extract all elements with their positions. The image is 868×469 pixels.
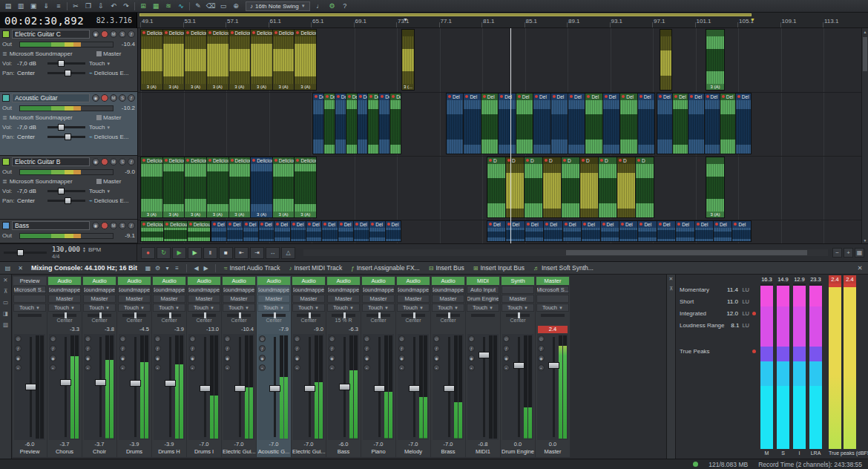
strip-output-selector[interactable]: Master [292, 295, 325, 303]
clip-segment[interactable]: Delicious3 (A) [141, 157, 163, 217]
strip-round-button[interactable]: ƒ [468, 345, 475, 352]
strip-pan-control[interactable]: Center [431, 312, 465, 326]
out-meter-bar[interactable] [19, 233, 114, 239]
track-header[interactable]: Electric Guitar B◉MSƒOut-9.0≣Microsoft S… [0, 156, 137, 220]
clip-segment[interactable] [660, 30, 671, 90]
erase-tool-icon[interactable]: ⌫ [205, 1, 217, 11]
strip-output-selector[interactable]: Drum Engine [467, 295, 499, 303]
peak-value[interactable] [364, 326, 393, 333]
hscroll-thumb[interactable] [566, 250, 807, 255]
output-bus-selector[interactable]: Master [96, 50, 135, 57]
strip-name[interactable]: Choir [82, 448, 116, 457]
clip-segment[interactable]: Del [227, 221, 243, 241]
clip-segment[interactable]: 3 (A) [706, 30, 724, 90]
zoom-fit-icon[interactable]: ▦ [855, 248, 864, 258]
mixer-nav-icon[interactable]: ◀ [191, 265, 201, 272]
dock-menu-icon[interactable]: ▤ [3, 265, 13, 272]
volume-slider-handle[interactable] [58, 124, 65, 131]
strip-round-button[interactable]: ▪ [294, 364, 300, 371]
clip-segment[interactable]: D [506, 157, 525, 217]
channel-strip[interactable]: PreviewMicrosoft S...Touch▼∅ƒ◉▪-6.0Previ… [13, 276, 47, 457]
fader-db-value[interactable]: -7.0 [396, 441, 430, 448]
fader-handle[interactable] [269, 385, 280, 392]
view-grid-icon[interactable]: ▥ [3, 321, 8, 328]
fader-db-value[interactable]: -6.0 [13, 441, 47, 448]
strip-device-selector[interactable]: Soundmapper [223, 286, 255, 294]
clip-segment[interactable]: D [636, 157, 654, 217]
track-fx-chain[interactable]: ⌁Delicious E... [89, 197, 135, 204]
strip-type-chip[interactable]: Audio [153, 277, 185, 285]
strip-automation-selector[interactable]: Touch▼ [83, 304, 116, 312]
clip-segment[interactable]: Del [676, 221, 694, 241]
track-fx-button[interactable]: ƒ [128, 94, 135, 102]
strip-round-button[interactable]: ◉ [15, 355, 22, 361]
audio-clip[interactable]: DeliciousDeliciousDelicious [140, 220, 211, 242]
strip-round-button[interactable]: ƒ [224, 345, 231, 352]
clip-segment[interactable]: Del [695, 221, 714, 241]
channel-strip[interactable]: MasterMicrosoft S...Touch▼2.4∅ƒ◉▪0.0Mast… [536, 276, 570, 457]
track-name[interactable]: Electric Guitar C [12, 30, 90, 39]
automation-mode-selector[interactable]: Touch▼ [89, 124, 135, 131]
strip-pan-control[interactable]: Center [222, 312, 256, 326]
clip-segment[interactable]: Del [243, 221, 259, 241]
volume-slider-handle[interactable] [58, 60, 65, 67]
fader-db-value[interactable]: -3.7 [82, 441, 116, 448]
clip-segment[interactable]: Del [386, 221, 401, 241]
clip-segment[interactable]: Del [481, 94, 499, 154]
strip-round-button[interactable]: ƒ [15, 345, 22, 352]
strip-round-button[interactable]: ▪ [329, 364, 335, 371]
clip-segment[interactable]: Del [313, 94, 324, 154]
strip-automation-selector[interactable]: Touch▼ [327, 304, 360, 312]
pan-handle[interactable] [239, 312, 241, 318]
solo-button[interactable]: S [119, 222, 126, 229]
strip-round-button[interactable]: ƒ [294, 345, 300, 352]
clip-segment[interactable]: 3 (A) [706, 157, 724, 217]
clip-segment[interactable]: Del [705, 94, 720, 154]
strip-output-selector[interactable]: Master [48, 295, 81, 303]
fader-db-value[interactable]: -7.0 [257, 441, 291, 448]
out-label[interactable]: Out [2, 105, 17, 111]
volume-slider[interactable] [47, 126, 85, 128]
strip-type-chip[interactable]: Audio [188, 277, 220, 285]
strip-round-button[interactable]: ƒ [119, 345, 126, 352]
strip-automation-selector[interactable]: Touch▼ [257, 304, 290, 312]
strip-type-chip[interactable]: Audio [257, 277, 290, 285]
strip-device-selector[interactable]: Microsoft S... [13, 286, 46, 294]
slider-handle[interactable] [17, 249, 24, 256]
channel-strip[interactable]: AudioSoundmapperMasterTouch▼15 % R-6.3∅ƒ… [326, 276, 361, 457]
volume-value[interactable]: -7,0 dB [17, 188, 44, 194]
channel-strip[interactable]: AudioSoundmapperMasterTouch▼Center-13.0∅… [187, 276, 221, 457]
audio-clip[interactable]: DelDelDelDelDelDelDelDel [312, 93, 401, 154]
strip-pan-control[interactable] [536, 312, 570, 326]
strip-type-chip[interactable]: Audio [48, 277, 81, 285]
arm-for-record-button[interactable] [101, 94, 108, 102]
track-fx-button[interactable]: ƒ [128, 158, 135, 165]
scrollbar-thumb[interactable] [863, 37, 867, 71]
strip-device-selector[interactable]: Soundmapper [48, 286, 81, 294]
bpm-spinner[interactable]: ▲▼ [82, 246, 86, 252]
clip-segment[interactable]: Del [544, 221, 562, 241]
dock-close-icon[interactable]: ✕ [3, 277, 7, 283]
clip-segment[interactable]: Del [369, 221, 385, 241]
pan-slider[interactable] [47, 72, 85, 74]
clip-segment[interactable]: Del [585, 94, 602, 154]
strip-device-selector[interactable]: Soundmapper [153, 286, 185, 294]
peak-value[interactable]: -3.3 [50, 326, 79, 333]
automation-settings-button[interactable]: ◉ [92, 94, 99, 102]
automation-mode-selector[interactable]: Touch▼ [89, 60, 135, 67]
play-from-start-button[interactable]: ▶ [172, 247, 186, 259]
channel-strip[interactable]: AudioSoundmapperMasterTouch▼Center-3.8∅ƒ… [82, 276, 116, 457]
stop-button[interactable]: ■ [219, 247, 233, 259]
strip-round-button[interactable]: ◉ [259, 355, 266, 361]
strip-pan-control[interactable]: Center [82, 312, 116, 326]
channel-strip[interactable]: AudioSoundmapperMasterTouch▼Center-10.4∅… [222, 276, 256, 457]
strip-round-button[interactable]: ◉ [189, 355, 196, 361]
pan-handle[interactable] [518, 312, 520, 318]
view-split-icon[interactable]: ◨ [3, 310, 8, 317]
pan-handle[interactable] [413, 312, 415, 318]
strip-name[interactable]: Drums H [152, 448, 186, 457]
clip-segment[interactable]: Del [379, 94, 390, 154]
strip-round-button[interactable]: ▪ [189, 364, 196, 371]
strip-automation-selector[interactable]: Touch▼ [118, 304, 151, 312]
peak-value[interactable] [433, 326, 463, 333]
